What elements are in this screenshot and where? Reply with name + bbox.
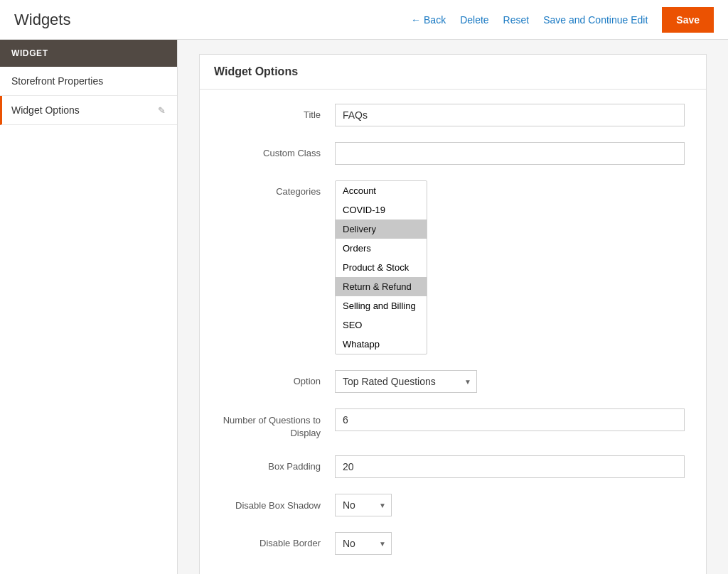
- title-input[interactable]: [335, 104, 685, 126]
- custom-class-field-wrap: [335, 142, 685, 165]
- title-label: Title: [221, 104, 335, 120]
- sidebar-section-title: WIDGET: [0, 40, 177, 67]
- option-field-wrap: Top Rated Questions Most Viewed Question…: [335, 370, 685, 393]
- reset-button[interactable]: Reset: [503, 14, 530, 26]
- num-questions-row: Number of Questions to Display: [221, 408, 685, 440]
- categories-field-wrap: Account COVID-19 Delivery Orders Product…: [335, 180, 685, 354]
- title-field-wrap: [335, 104, 685, 126]
- custom-class-input[interactable]: [335, 142, 685, 165]
- category-option-orders[interactable]: Orders: [336, 239, 427, 258]
- title-row: Title: [221, 104, 685, 126]
- disable-border-label: Disable Border: [221, 532, 335, 548]
- disable-shadow-label: Disable Box Shadow: [221, 494, 335, 512]
- save-continue-button[interactable]: Save and Continue Edit: [543, 14, 648, 26]
- disable-border-field-wrap: No Yes: [335, 532, 685, 555]
- num-questions-field-wrap: [335, 408, 685, 431]
- disable-border-select[interactable]: No Yes: [335, 532, 392, 555]
- categories-label: Categories: [221, 180, 335, 197]
- num-questions-label: Number of Questions to Display: [221, 408, 335, 440]
- box-padding-row: Box Padding: [221, 455, 685, 478]
- option-row: Option Top Rated Questions Most Viewed Q…: [221, 370, 685, 393]
- num-questions-input[interactable]: [335, 408, 685, 431]
- back-arrow-icon: ←: [411, 14, 421, 26]
- option-label: Option: [221, 370, 335, 386]
- category-option-account[interactable]: Account: [336, 181, 427, 200]
- widget-options-panel: Widget Options Title Custom Class: [199, 54, 707, 574]
- disable-shadow-select-wrapper: No Yes: [335, 494, 392, 516]
- custom-class-row: Custom Class: [221, 142, 685, 165]
- disable-border-select-wrapper: No Yes: [335, 532, 392, 555]
- disable-shadow-row: Disable Box Shadow No Yes: [221, 494, 685, 516]
- categories-select[interactable]: Account COVID-19 Delivery Orders Product…: [335, 180, 427, 354]
- content-area: Widget Options Title Custom Class: [178, 40, 728, 574]
- category-option-whatapp[interactable]: Whatapp: [336, 335, 427, 354]
- box-padding-label: Box Padding: [221, 455, 335, 472]
- custom-class-label: Custom Class: [221, 142, 335, 158]
- category-option-selling-billing[interactable]: Selling and Billing: [336, 296, 427, 315]
- category-option-return-refund[interactable]: Return & Refund: [336, 277, 427, 296]
- disable-shadow-select[interactable]: No Yes: [335, 494, 392, 516]
- page-header: Widgets ← Back Delete Reset Save and Con…: [0, 0, 728, 40]
- sidebar: WIDGET Storefront Properties Widget Opti…: [0, 40, 178, 574]
- back-button[interactable]: ← Back: [411, 14, 446, 26]
- page-title: Widgets: [14, 11, 411, 29]
- disable-border-row: Disable Border No Yes: [221, 532, 685, 555]
- categories-row: Categories Account COVID-19 Delivery Ord…: [221, 180, 685, 354]
- category-option-product-stock[interactable]: Product & Stock: [336, 258, 427, 277]
- option-select[interactable]: Top Rated Questions Most Viewed Question…: [335, 370, 477, 393]
- category-option-seo[interactable]: SEO: [336, 315, 427, 335]
- delete-button[interactable]: Delete: [460, 14, 488, 26]
- main-layout: WIDGET Storefront Properties Widget Opti…: [0, 40, 728, 574]
- panel-title: Widget Options: [200, 55, 706, 90]
- header-actions: ← Back Delete Reset Save and Continue Ed…: [411, 7, 714, 33]
- disable-shadow-field-wrap: No Yes: [335, 494, 685, 516]
- sidebar-item-widget-options[interactable]: Widget Options ✎: [0, 96, 177, 125]
- box-padding-field-wrap: [335, 455, 685, 478]
- category-option-delivery[interactable]: Delivery: [336, 220, 427, 239]
- box-padding-input[interactable]: [335, 455, 685, 478]
- sidebar-item-storefront[interactable]: Storefront Properties: [0, 67, 177, 96]
- edit-icon: ✎: [158, 105, 166, 116]
- panel-body: Title Custom Class Categories: [200, 90, 706, 574]
- save-button[interactable]: Save: [662, 7, 714, 33]
- option-select-wrapper: Top Rated Questions Most Viewed Question…: [335, 370, 477, 393]
- category-option-covid[interactable]: COVID-19: [336, 200, 427, 220]
